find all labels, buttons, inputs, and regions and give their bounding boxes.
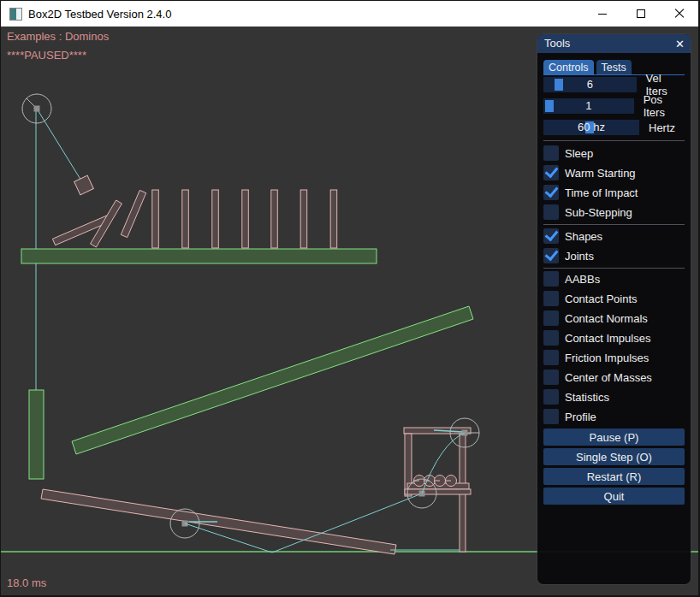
vel-iters-slider[interactable]: 6	[543, 77, 637, 92]
separator	[543, 224, 685, 225]
checkbox[interactable]	[543, 350, 559, 365]
separator	[543, 268, 685, 269]
vertical-plank	[29, 390, 44, 479]
restart-button[interactable]: Restart (R)	[543, 468, 685, 485]
slider-row-vel-iters: 6 Vel Iters	[543, 77, 685, 92]
checkbox-label: Friction Impulses	[565, 352, 649, 364]
slider-value: 1	[543, 98, 634, 114]
minimize-button[interactable]	[583, 1, 621, 27]
tools-panel-title: Tools	[544, 37, 570, 50]
maximize-icon	[637, 9, 645, 18]
checkbox-row-aabbs[interactable]: AABBs	[543, 271, 685, 287]
slider-value: 6	[543, 77, 637, 92]
checkbox-row-warm-starting[interactable]: Warm Starting	[543, 165, 685, 180]
frame-time-label: 18.0 ms	[7, 576, 46, 589]
checkbox[interactable]	[543, 409, 559, 424]
checkbox-row-sleep[interactable]: Sleep	[543, 145, 685, 161]
maximize-button[interactable]	[621, 1, 660, 27]
checkbox-label: Shapes	[565, 230, 602, 243]
checkbox-row-sub-stepping[interactable]: Sub-Stepping	[543, 204, 685, 220]
slider-row-pos-iters: 1 Pos Iters	[543, 98, 685, 114]
single-step-button[interactable]: Single Step (O)	[543, 448, 685, 465]
checkbox-label: Contact Points	[565, 293, 638, 305]
checkbox-row-contact-points[interactable]: Contact Points	[543, 291, 685, 306]
minimize-icon	[598, 14, 607, 15]
fallen-domino	[121, 190, 145, 237]
paused-label: ****PAUSED****	[7, 49, 86, 62]
checkbox[interactable]	[543, 248, 559, 263]
pendulum-block	[74, 175, 94, 195]
slider-label: Pos Iters	[644, 93, 685, 119]
checkbox[interactable]	[543, 271, 559, 287]
checkbox-label: Sub-Stepping	[565, 206, 632, 219]
tab-controls[interactable]: Controls	[543, 60, 594, 74]
checkbox[interactable]	[543, 369, 559, 385]
tab-tests[interactable]: Tests	[596, 60, 632, 74]
window-title: Box2D Testbed Version 2.4.0	[28, 8, 171, 21]
checkbox-label: Statistics	[565, 391, 609, 404]
checkbox-row-joints[interactable]: Joints	[543, 248, 685, 263]
checkbox-row-friction-impulses[interactable]: Friction Impulses	[543, 350, 685, 365]
close-button[interactable]	[660, 1, 698, 27]
checkbox-label: Center of Masses	[565, 371, 652, 384]
domino-platform	[21, 249, 377, 263]
tools-close-button[interactable]: ✕	[673, 37, 687, 51]
quit-button[interactable]: Quit	[543, 488, 685, 505]
checkbox[interactable]	[543, 204, 559, 220]
slider-label: Hertz	[649, 121, 675, 134]
standing-dominos	[152, 190, 337, 248]
checkbox-row-contact-impulses[interactable]: Contact Impulses	[543, 330, 685, 346]
checkbox-row-shapes[interactable]: Shapes	[543, 228, 685, 244]
checkbox[interactable]	[543, 330, 559, 346]
app-icon	[9, 8, 22, 21]
slider-value: 60 hz	[543, 120, 639, 135]
checkbox-label: Contact Impulses	[565, 332, 650, 345]
slider-row-hertz: 60 hz Hertz	[543, 120, 685, 135]
checkbox[interactable]	[543, 310, 559, 326]
window-controls	[583, 1, 698, 27]
checkbox-label: Warm Starting	[565, 167, 636, 180]
checkbox[interactable]	[543, 165, 559, 180]
pendulum-anchor-circle	[22, 94, 51, 123]
pause-button[interactable]: Pause (P)	[543, 429, 685, 446]
checkbox[interactable]	[543, 145, 559, 161]
checkbox[interactable]	[543, 291, 559, 306]
checkbox[interactable]	[543, 185, 559, 200]
checkbox-row-profile[interactable]: Profile	[543, 409, 685, 424]
checkbox[interactable]	[543, 389, 559, 405]
separator	[543, 140, 685, 141]
simulation-canvas[interactable]: Examples : Dominos ****PAUSED**** 18.0 m…	[1, 27, 698, 595]
checkbox-label: Sleep	[565, 147, 593, 160]
checkbox-label: Profile	[565, 411, 596, 423]
checkbox-row-statistics[interactable]: Statistics	[543, 389, 685, 405]
checkbox-row-time-of-impact[interactable]: Time of Impact	[543, 185, 685, 200]
checkbox-label: AABBs	[565, 273, 600, 286]
pos-iters-slider[interactable]: 1	[543, 98, 634, 114]
checkbox-row-center-of-masses[interactable]: Center of Masses	[543, 369, 685, 385]
checkbox-label: Contact Normals	[565, 312, 648, 325]
checkbox-row-contact-normals[interactable]: Contact Normals	[543, 310, 685, 326]
hertz-slider[interactable]: 60 hz	[543, 120, 639, 135]
close-icon	[674, 9, 685, 19]
tools-panel: Tools ✕ Controls Tests 6 Vel Iters	[537, 34, 691, 584]
checkbox-label: Joints	[565, 250, 594, 263]
checkbox-label: Time of Impact	[565, 186, 638, 199]
box2d-testbed-window: { "window": { "title": "Box2D Testbed Ve…	[0, 0, 700, 597]
tools-panel-titlebar[interactable]: Tools ✕	[537, 34, 691, 53]
seesaw-plank	[41, 489, 396, 554]
example-label: Examples : Dominos	[7, 30, 109, 43]
os-titlebar: Box2D Testbed Version 2.4.0	[1, 1, 698, 27]
joint-line	[37, 109, 84, 185]
cradle-frame	[404, 428, 471, 552]
checkbox[interactable]	[543, 228, 559, 244]
